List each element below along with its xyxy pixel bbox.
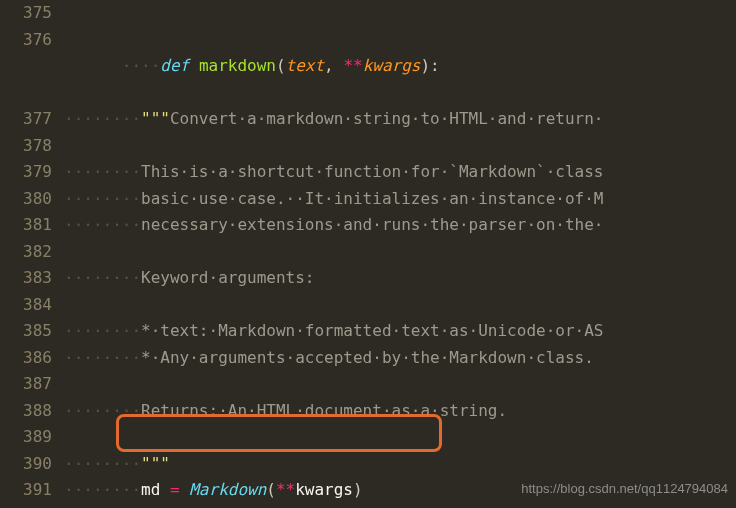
line-number: 391 [0, 477, 64, 504]
line-number: 385 [0, 318, 64, 345]
line-number: 387 [0, 371, 64, 398]
line-number: 389 [0, 424, 64, 451]
code-line: 387 [0, 371, 736, 398]
line-number: 383 [0, 265, 64, 292]
line-number: 376 [0, 27, 64, 107]
code-editor[interactable]: 375 376 ····def markdown(text, **kwargs)… [0, 0, 736, 508]
code-line: 378 [0, 133, 736, 160]
code-line: 383 ········Keyword·arguments: [0, 265, 736, 292]
code-line: 388 ········Returns:·An·HTML·document·as… [0, 398, 736, 425]
code-line: 377 ········"""Convert·a·markdown·string… [0, 106, 736, 133]
code-line: 384 [0, 292, 736, 319]
watermark-text: https://blog.csdn.net/qq1124794084 [521, 476, 728, 503]
line-number: 375 [0, 0, 64, 27]
code-line: 376 ····def markdown(text, **kwargs): [0, 27, 736, 107]
line-number: 392 [0, 504, 64, 509]
code-line: 382 [0, 239, 736, 266]
code-line: 375 [0, 0, 736, 27]
line-number: 381 [0, 212, 64, 239]
code-line: 389 [0, 424, 736, 451]
line-number: 388 [0, 398, 64, 425]
line-number: 382 [0, 239, 64, 266]
line-number: 377 [0, 106, 64, 133]
code-line-highlighted: 392 ········return md.convert(text) [0, 504, 736, 509]
line-number: 386 [0, 345, 64, 372]
code-line: 385 ········*·text:·Markdown·formatted·t… [0, 318, 736, 345]
line-number: 378 [0, 133, 64, 160]
line-number: 390 [0, 451, 64, 478]
code-line: 380 ········basic·use·case.··It·initiali… [0, 186, 736, 213]
code-line: 390 ········""" [0, 451, 736, 478]
line-number: 379 [0, 159, 64, 186]
code-line: 386 ········*·Any·arguments·accepted·by·… [0, 345, 736, 372]
code-line: 381 ········necessary·extensions·and·run… [0, 212, 736, 239]
line-number: 384 [0, 292, 64, 319]
code-line: 379 ········This·is·a·shortcut·function·… [0, 159, 736, 186]
line-number: 380 [0, 186, 64, 213]
